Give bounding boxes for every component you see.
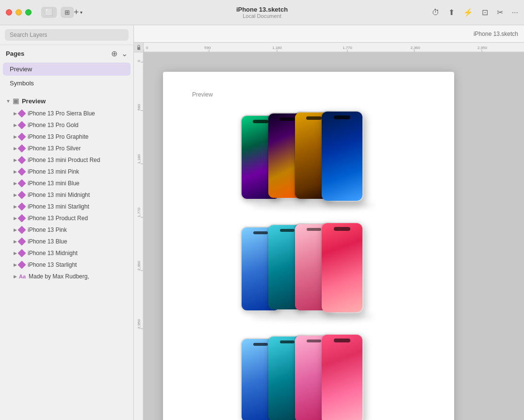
layer-item-8[interactable]: ▶ iPhone 13 mini Starlight <box>0 201 133 212</box>
layer-item-10[interactable]: ▶ iPhone 13 Pink <box>0 224 133 236</box>
pages-expand-icon[interactable]: ⌄ <box>121 49 128 58</box>
phone-group-standard <box>241 331 377 420</box>
canvas-area: 0 590 1,180 1,770 2,360 2,950 3,54 <box>134 43 524 420</box>
right-panel: iPhone 13.sketch 0 5 <box>134 25 524 420</box>
sidebar: Pages ⊕ ⌄ Preview Symbols ▼ ▣ Preview ▶ … <box>0 25 134 420</box>
minimize-button[interactable] <box>16 9 22 16</box>
cloud-icon[interactable]: ⏱ <box>432 8 440 17</box>
page-item-preview[interactable]: Preview <box>3 63 131 76</box>
layer-item-1[interactable]: ▶ iPhone 13 Pro Gold <box>0 119 133 131</box>
sidebar-toggle-button[interactable]: ⬜ <box>41 7 57 18</box>
svg-text:590: 590 <box>137 104 141 111</box>
layer-label: iPhone 13 Pink <box>28 226 67 233</box>
expand-icon: ▶ <box>14 123 17 128</box>
ruler-corner <box>134 43 144 52</box>
search-bar <box>0 25 133 45</box>
layer-item-5[interactable]: ▶ iPhone 13 mini Pink <box>0 166 133 178</box>
layer-item-0[interactable]: ▶ iPhone 13 Pro Sierra Blue <box>0 108 133 119</box>
pages-title: Pages <box>6 50 24 57</box>
scissors-icon[interactable]: ✂ <box>497 8 503 17</box>
export-icon[interactable]: ⬆ <box>448 8 455 17</box>
ruler-h-svg: 0 590 1,180 1,770 2,360 2,950 3,54 <box>144 43 524 52</box>
window-controls <box>6 9 32 16</box>
layer-item-4[interactable]: ▶ iPhone 13 mini Product Red <box>0 154 133 166</box>
grid-view-button[interactable]: ⊞ <box>61 7 74 18</box>
add-button[interactable]: + ▾ <box>74 7 82 17</box>
symbol-icon <box>18 261 26 269</box>
expand-icon: ▶ <box>14 158 17 162</box>
layer-item-13[interactable]: ▶ iPhone 13 Starlight <box>0 259 133 271</box>
layer-label: iPhone 13 Blue <box>28 238 67 245</box>
symbol-icon <box>18 238 26 246</box>
canvas-row: 0 590 1,180 1,770 2,360 2,950 <box>134 52 524 420</box>
layer-item-6[interactable]: ▶ iPhone 13 mini Blue <box>0 178 133 189</box>
artboard-icon: ▣ <box>13 97 19 105</box>
layer-item-7[interactable]: ▶ iPhone 13 mini Midnight <box>0 189 133 201</box>
layer-item-9[interactable]: ▶ iPhone 13 Product Red <box>0 212 133 224</box>
svg-text:1,770: 1,770 <box>343 46 353 50</box>
secondary-toolbar: iPhone 13.sketch <box>134 25 524 43</box>
symbol-icon <box>18 156 26 164</box>
layer-item-12[interactable]: ▶ iPhone 13 Midnight <box>0 247 133 259</box>
group-label: Preview <box>22 97 46 105</box>
svg-text:0: 0 <box>137 60 141 62</box>
titlebar-left-icons: ⬜ ⊞ <box>41 7 74 18</box>
iphone-13-4 <box>321 334 363 420</box>
layer-group-preview[interactable]: ▼ ▣ Preview <box>0 94 133 108</box>
expand-icon: ▶ <box>14 239 17 244</box>
expand-icon: ▶ <box>14 181 17 186</box>
svg-text:2,360: 2,360 <box>137 260 141 271</box>
document-subtitle: Local Document <box>243 13 281 19</box>
page-item-symbols[interactable]: Symbols <box>3 77 131 90</box>
layer-label: iPhone 13 Pro Graphite <box>28 133 88 140</box>
phone-groups-container <box>192 108 425 420</box>
close-button[interactable] <box>6 9 12 16</box>
more-icon[interactable]: ··· <box>512 8 518 17</box>
svg-text:1,770: 1,770 <box>137 207 141 217</box>
symbol-icon <box>18 179 26 188</box>
symbol-icon <box>18 145 26 153</box>
layer-label: iPhone 13 mini Product Red <box>28 157 100 163</box>
layer-item-11[interactable]: ▶ iPhone 13 Blue <box>0 236 133 247</box>
expand-icon: ▶ <box>14 216 17 221</box>
symbol-icon <box>18 249 26 258</box>
layer-item-14[interactable]: ▶ Aa Made by Max Rudberg, <box>0 271 133 282</box>
layer-label: iPhone 13 mini Blue <box>28 180 80 187</box>
expand-icon: ▶ <box>14 169 17 174</box>
expand-icon: ▶ <box>14 134 17 139</box>
layer-item-2[interactable]: ▶ iPhone 13 Pro Graphite <box>0 131 133 143</box>
layer-label: iPhone 13 Product Red <box>28 215 88 222</box>
expand-icon: ▶ <box>14 227 17 232</box>
search-input[interactable] <box>5 29 129 41</box>
maximize-button[interactable] <box>25 9 32 16</box>
canvas-viewport[interactable]: Preview <box>144 52 524 420</box>
filter-icon[interactable]: ⚡ <box>463 8 473 17</box>
artboard-frame: Preview <box>163 72 454 420</box>
horizontal-ruler-row: 0 590 1,180 1,770 2,360 2,950 3,54 <box>134 43 524 52</box>
add-page-icon[interactable]: ⊕ <box>111 49 117 58</box>
document-title: iPhone 13.sketch <box>236 6 288 13</box>
symbol-icon <box>18 121 26 129</box>
layer-label: iPhone 13 mini Midnight <box>28 192 90 198</box>
svg-text:2,360: 2,360 <box>410 46 421 50</box>
layer-label: iPhone 13 mini Pink <box>28 168 79 175</box>
vertical-ruler: 0 590 1,180 1,770 2,360 2,950 <box>134 52 144 420</box>
svg-text:590: 590 <box>204 46 211 50</box>
titlebar-actions: ⏱ ⬆ ⚡ ⊡ ✂ ··· <box>432 8 518 17</box>
pages-controls: ⊕ ⌄ <box>111 49 128 58</box>
expand-icon: ▶ <box>14 193 17 197</box>
component-icon[interactable]: ⊡ <box>482 8 488 17</box>
titlebar: ⬜ ⊞ + ▾ iPhone 13.sketch Local Document … <box>0 0 524 25</box>
layer-label: iPhone 13 mini Starlight <box>28 203 89 210</box>
layer-label: iPhone 13 Starlight <box>28 261 77 268</box>
ruler-v-svg: 0 590 1,180 1,770 2,360 2,950 <box>134 52 144 420</box>
svg-text:1,180: 1,180 <box>272 46 282 50</box>
frame-label: Preview <box>192 91 425 98</box>
expand-icon: ▶ <box>14 262 17 267</box>
pages-header: Pages ⊕ ⌄ <box>0 45 133 62</box>
add-chevron-icon: ▾ <box>80 10 82 15</box>
svg-rect-0 <box>137 47 140 50</box>
doc-name-label: iPhone 13.sketch <box>474 31 518 37</box>
layer-item-3[interactable]: ▶ iPhone 13 Pro Silver <box>0 143 133 154</box>
layer-label: iPhone 13 Pro Sierra Blue <box>28 110 95 117</box>
